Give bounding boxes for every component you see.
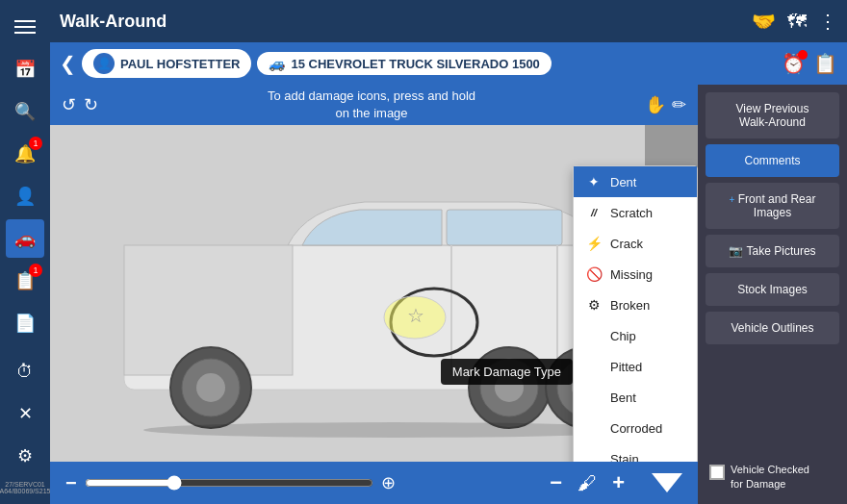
crack-label: Crack: [610, 237, 643, 251]
canvas-area: ↺ ↻ To add damage icons, press and hold …: [50, 85, 698, 504]
zoom-in-icon[interactable]: ⊕: [381, 472, 396, 493]
missing-label: Missing: [610, 267, 653, 282]
handshake-icon[interactable]: 🤝: [752, 10, 776, 33]
sidebar-menu-icon[interactable]: [6, 8, 44, 46]
minus-btn[interactable]: −: [550, 470, 562, 495]
corroded-label: Corroded: [610, 421, 662, 436]
zoom-slider[interactable]: [85, 475, 373, 491]
damage-item-scratch[interactable]: // Scratch: [574, 197, 697, 228]
pitted-icon: [585, 358, 603, 375]
app-title: Walk-Around: [60, 12, 167, 32]
damage-item-broken[interactable]: ⚙ Broken: [574, 290, 697, 320]
bottom-bar: − ⊕ − 🖌 +: [50, 462, 698, 504]
broken-label: Broken: [610, 298, 650, 313]
alert-icon[interactable]: ⏰: [782, 52, 806, 75]
corroded-icon: [585, 419, 603, 437]
svg-text:☆: ☆: [407, 305, 424, 326]
more-options-icon[interactable]: ⋮: [818, 10, 837, 33]
checklist-badge: 1: [29, 264, 42, 277]
undo-button[interactable]: ↺: [62, 94, 76, 115]
sidebar-calendar-icon[interactable]: 📅: [6, 50, 44, 88]
sidebar: 📅 🔍 🔔 1 👤 🚗 📋 1 📄 ⏱ ✕ ⚙ 27/SERVC01 A64/B…: [0, 0, 50, 504]
map-icon[interactable]: 🗺: [787, 11, 807, 33]
sidebar-timer-icon[interactable]: ⏱: [6, 352, 44, 391]
damage-item-stain[interactable]: Stain: [574, 443, 697, 462]
bent-icon: [585, 389, 603, 406]
damage-item-bent[interactable]: Bent: [574, 382, 697, 413]
sub-bar: ❮ 👤 PAUL HOFSTETTER 🚙 15 CHEVROLET TRUCK…: [50, 42, 847, 85]
top-bar: Walk-Around 🤝 🗺 ⋮: [50, 0, 847, 42]
sidebar-vehicle-icon[interactable]: 🚗: [6, 219, 44, 258]
vehicle-icon: 🚙: [269, 56, 285, 71]
right-panel: View Previous Walk-Around Comments + Fro…: [698, 85, 847, 504]
vehicle-checked-label: Vehicle Checked for Damage: [731, 463, 809, 491]
scratch-icon: //: [585, 204, 603, 221]
damage-dropdown: ✦ Dent // Scratch ⚡ Crack 🚫: [573, 165, 698, 462]
chip-icon: [585, 327, 603, 344]
take-pictures-button[interactable]: 📷 Take Pictures: [706, 235, 839, 267]
document-warning-icon[interactable]: 📋: [813, 52, 837, 75]
zoom-out-icon[interactable]: −: [65, 472, 77, 494]
user-name: PAUL HOFSTETTER: [120, 57, 240, 71]
crack-icon: ⚡: [585, 235, 603, 252]
user-tag[interactable]: 👤 PAUL HOFSTETTER: [82, 49, 251, 78]
pencil-icon[interactable]: ✏: [672, 94, 686, 115]
dent-label: Dent: [610, 175, 636, 189]
view-previous-button[interactable]: View Previous Walk-Around: [706, 92, 839, 139]
canvas-instruction: To add damage icons, press and hold on t…: [106, 88, 637, 122]
vehicle-checked-checkbox[interactable]: [709, 465, 725, 480]
broken-icon: ⚙: [585, 296, 603, 314]
stain-label: Stain: [610, 452, 639, 463]
hand-icon[interactable]: ✋: [645, 94, 666, 115]
front-rear-button[interactable]: + Front and Rear Images: [706, 183, 839, 229]
damage-item-missing[interactable]: 🚫 Missing: [574, 259, 697, 290]
sidebar-profile-icon[interactable]: 👤: [6, 177, 44, 215]
pitted-label: Pitted: [610, 360, 642, 374]
vehicle-name: 15 CHEVROLET TRUCK SILVERADO 1500: [291, 57, 539, 71]
bent-label: Bent: [610, 391, 636, 405]
sidebar-close-icon[interactable]: ✕: [6, 394, 44, 433]
mark-damage-tooltip: Mark Damage Type: [441, 359, 573, 385]
damage-item-corroded[interactable]: Corroded: [574, 413, 697, 443]
sidebar-checklist-icon[interactable]: 📋 1: [6, 262, 44, 300]
missing-icon: 🚫: [585, 265, 603, 283]
damage-item-dent[interactable]: ✦ Dent: [574, 166, 697, 197]
sidebar-notifications-icon[interactable]: 🔔 1: [6, 135, 44, 173]
stain-icon: [585, 450, 603, 462]
vehicle-checked-area: Vehicle Checked for Damage: [706, 457, 839, 496]
sidebar-document-icon[interactable]: 📄: [6, 304, 44, 342]
redo-button[interactable]: ↻: [84, 94, 98, 115]
sidebar-settings-icon[interactable]: ⚙: [6, 437, 44, 475]
plus-btn[interactable]: +: [612, 470, 625, 495]
stock-images-button[interactable]: Stock Images: [706, 273, 839, 306]
notification-badge: 1: [29, 137, 42, 150]
svg-point-21: [143, 422, 644, 438]
svg-rect-1: [447, 210, 562, 245]
vehicle-image-area[interactable]: ☆ Mark Damage Type ✦ Dent //: [50, 125, 698, 462]
paint-icon[interactable]: 🖌: [578, 472, 597, 494]
chip-label: Chip: [610, 329, 636, 343]
user-avatar: 👤: [93, 53, 115, 74]
scratch-label: Scratch: [610, 206, 653, 220]
svg-point-14: [196, 373, 225, 402]
sidebar-footer: 27/SERVC01 A64/B0069/S215: [0, 479, 52, 496]
vehicle-outlines-button[interactable]: Vehicle Outlines: [706, 312, 839, 344]
vehicle-tag[interactable]: 🚙 15 CHEVROLET TRUCK SILVERADO 1500: [257, 52, 551, 75]
sidebar-search-icon[interactable]: 🔍: [6, 92, 44, 131]
damage-item-chip[interactable]: Chip: [574, 320, 697, 351]
canvas-toolbar: ↺ ↻ To add damage icons, press and hold …: [50, 85, 698, 125]
comments-button[interactable]: Comments: [706, 144, 839, 177]
back-button[interactable]: ❮: [60, 52, 76, 75]
scroll-down-button[interactable]: [652, 473, 682, 492]
damage-item-crack[interactable]: ⚡ Crack: [574, 228, 697, 259]
truck-image: ☆: [95, 149, 654, 438]
dent-icon: ✦: [585, 173, 603, 190]
damage-item-pitted[interactable]: Pitted: [574, 351, 697, 382]
